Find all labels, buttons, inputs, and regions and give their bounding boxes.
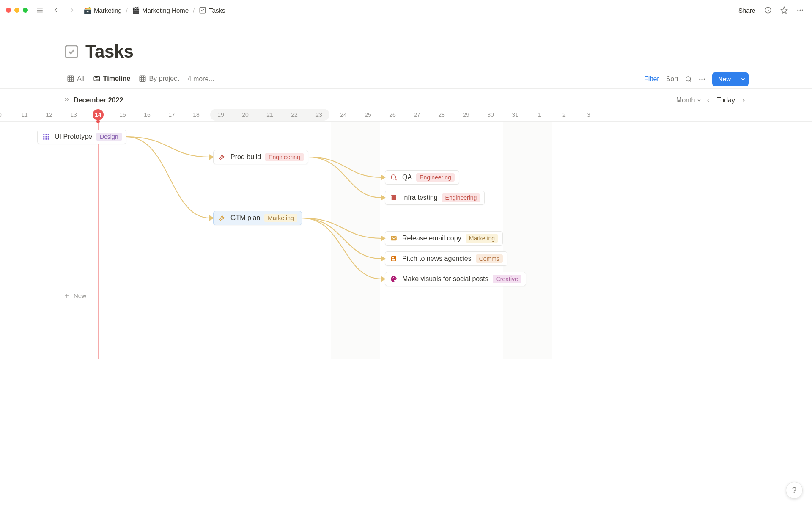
checkbox-icon xyxy=(199,6,206,14)
svg-rect-10 xyxy=(68,76,74,82)
grid-icon xyxy=(42,133,50,141)
date-cell: 2 xyxy=(552,108,576,122)
date-cell: 18 xyxy=(184,108,208,122)
minimize-window[interactable] xyxy=(14,8,19,13)
wrench-icon xyxy=(218,214,226,222)
timeline-month-label: December 2022 xyxy=(74,97,123,104)
task-card-visuals[interactable]: Make visuals for social postsCreative xyxy=(385,272,526,286)
search-icon xyxy=(390,173,398,182)
zoom-window[interactable] xyxy=(23,8,28,13)
help-button[interactable]: ? xyxy=(786,482,803,499)
news-icon xyxy=(390,254,398,263)
today-line xyxy=(98,122,99,359)
more-icon[interactable] xyxy=(794,4,806,16)
view-tab-all[interactable]: All xyxy=(63,69,88,88)
date-cell: 16 xyxy=(135,108,159,122)
svg-rect-28 xyxy=(43,134,44,135)
date-cell: 13 xyxy=(61,108,86,122)
task-tag: Comms xyxy=(476,254,503,263)
share-button[interactable]: Share xyxy=(736,5,758,16)
breadcrumb: 🗃️ Marketing / 🎬 Marketing Home / Tasks xyxy=(82,6,227,15)
svg-rect-30 xyxy=(48,134,49,135)
favorite-icon[interactable] xyxy=(778,4,790,16)
date-cell: 29 xyxy=(454,108,478,122)
task-tag: Creative xyxy=(493,275,521,283)
view-tab-label: Timeline xyxy=(103,75,131,83)
task-title: QA xyxy=(402,174,412,181)
view-tab-more[interactable]: 4 more... xyxy=(184,75,218,83)
date-cell: 23 xyxy=(307,108,331,122)
view-tab-by-project[interactable]: By project xyxy=(135,69,182,88)
breadcrumb-label: Marketing Home xyxy=(142,7,189,14)
updates-icon[interactable] xyxy=(762,4,774,16)
task-title: Release email copy xyxy=(402,235,461,242)
svg-rect-32 xyxy=(46,136,47,138)
breadcrumb-marketing-home[interactable]: 🎬 Marketing Home xyxy=(130,6,190,15)
date-cell: 21 xyxy=(258,108,282,122)
date-cell: 28 xyxy=(429,108,454,122)
svg-line-24 xyxy=(690,80,691,82)
timeline-date-axis: 0111213141516171819202122232425262728293… xyxy=(0,108,812,122)
date-cell: 1 xyxy=(527,108,552,122)
svg-rect-40 xyxy=(391,195,396,196)
svg-marker-5 xyxy=(781,7,787,14)
breadcrumb-separator: / xyxy=(126,7,128,14)
wrench-icon xyxy=(218,153,226,161)
task-tag: Engineering xyxy=(265,153,304,161)
task-title: Make visuals for social posts xyxy=(402,275,488,283)
task-card-ui[interactable]: UI PrototypeDesign xyxy=(37,130,126,144)
timeline-scale-select[interactable]: Month xyxy=(675,96,703,105)
sort-button[interactable]: Sort xyxy=(664,74,681,85)
new-task-row[interactable]: New xyxy=(63,292,86,299)
date-cell: 15 xyxy=(110,108,135,122)
svg-rect-31 xyxy=(43,136,44,138)
filter-button[interactable]: Filter xyxy=(642,74,662,85)
timeline-scale-label: Month xyxy=(676,97,695,104)
nav-back-icon[interactable] xyxy=(50,4,62,16)
breadcrumb-marketing[interactable]: 🗃️ Marketing xyxy=(82,6,123,15)
svg-point-6 xyxy=(797,10,798,11)
expand-groups-icon[interactable] xyxy=(63,96,70,105)
date-cell: 3 xyxy=(576,108,601,122)
svg-point-25 xyxy=(699,78,700,80)
date-cell: 11 xyxy=(12,108,37,122)
svg-rect-35 xyxy=(46,138,47,140)
close-window[interactable] xyxy=(6,8,11,13)
task-card-qa[interactable]: QAEngineering xyxy=(385,170,459,185)
date-cell: 17 xyxy=(159,108,184,122)
task-tag: Engineering xyxy=(416,173,455,182)
task-card-email[interactable]: Release email copyMarketing xyxy=(385,231,503,246)
sidebar-toggle-icon[interactable] xyxy=(34,4,46,16)
page-icon[interactable] xyxy=(63,44,80,60)
timeline-prev-icon[interactable] xyxy=(703,95,713,105)
view-tab-timeline[interactable]: Timeline xyxy=(90,69,134,88)
date-cell: 19 xyxy=(208,108,233,122)
page-title[interactable]: Tasks xyxy=(85,41,133,62)
svg-point-7 xyxy=(800,10,801,11)
new-button[interactable]: New xyxy=(712,72,749,86)
svg-point-27 xyxy=(704,78,705,80)
search-icon[interactable] xyxy=(683,73,694,85)
task-card-infra[interactable]: Infra testingEngineering xyxy=(385,190,485,205)
window-controls[interactable] xyxy=(6,8,28,13)
task-card-pitch[interactable]: Pitch to news agenciesComms xyxy=(385,251,508,266)
mail-icon xyxy=(390,234,398,243)
svg-point-47 xyxy=(393,277,394,278)
task-tag: Marketing xyxy=(264,214,297,222)
task-card-prod[interactable]: Prod buildEngineering xyxy=(213,150,308,164)
folder-icon: 🗃️ xyxy=(84,6,91,14)
view-options-icon[interactable] xyxy=(696,73,708,85)
task-tag: Engineering xyxy=(442,193,480,202)
new-button-label[interactable]: New xyxy=(712,75,737,83)
task-card-gtm[interactable]: GTM planMarketing xyxy=(213,211,302,225)
breadcrumb-tasks[interactable]: Tasks xyxy=(197,6,227,15)
archive-icon xyxy=(390,193,398,202)
date-cell: 25 xyxy=(356,108,380,122)
date-cell: 20 xyxy=(233,108,258,122)
svg-point-26 xyxy=(701,78,702,80)
date-cell: 26 xyxy=(380,108,405,122)
new-button-dropdown[interactable] xyxy=(737,72,749,86)
breadcrumb-label: Tasks xyxy=(209,7,225,14)
timeline-next-icon[interactable] xyxy=(738,95,749,105)
timeline-today-button[interactable]: Today xyxy=(713,97,738,104)
